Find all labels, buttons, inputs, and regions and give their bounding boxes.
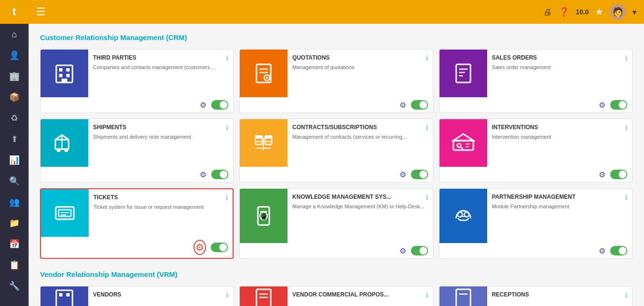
crm-module-grid: THIRD PARTIES ℹ Companies and contacts m… bbox=[40, 49, 633, 259]
content-area: Customer Relationship Management (CRM) bbox=[29, 24, 644, 306]
quotations-toggle[interactable] bbox=[411, 100, 428, 110]
contracts-toggle[interactable] bbox=[411, 170, 428, 179]
sales-orders-gear[interactable]: ⚙ bbox=[599, 101, 605, 110]
svg-rect-2 bbox=[66, 68, 70, 71]
partnership-gear[interactable]: ⚙ bbox=[599, 246, 605, 255]
vendors-info-icon[interactable]: ℹ bbox=[226, 291, 228, 299]
quotations-info-icon[interactable]: ℹ bbox=[426, 54, 428, 62]
svg-rect-22 bbox=[256, 136, 262, 139]
knowledge-info: KNOWLEDGE MANAGEMENT SYS... ℹ Manage a K… bbox=[287, 189, 432, 243]
interventions-toggle[interactable] bbox=[610, 170, 627, 179]
sidebar-item-upload[interactable]: ⬆ bbox=[0, 129, 29, 150]
receptions-info-icon[interactable]: ℹ bbox=[625, 291, 627, 299]
quotations-gear[interactable]: ⚙ bbox=[399, 101, 406, 110]
hamburger-menu[interactable]: ☰ bbox=[36, 6, 46, 18]
sidebar-item-home[interactable]: ⌂ bbox=[0, 24, 29, 45]
svg-marker-29 bbox=[453, 134, 473, 141]
contracts-info-icon[interactable]: ℹ bbox=[426, 124, 428, 132]
third-parties-toggle[interactable] bbox=[211, 100, 228, 110]
avatar[interactable]: 🧑 bbox=[610, 4, 626, 20]
sidebar-item-user[interactable]: 👤 bbox=[0, 45, 29, 66]
knowledge-toggle[interactable] bbox=[411, 246, 428, 255]
interventions-info: INTERVENTIONS ℹ Intervention management bbox=[487, 119, 632, 167]
star-icon[interactable]: ★ bbox=[595, 7, 603, 17]
interventions-footer: ⚙ bbox=[440, 167, 632, 182]
tickets-gear[interactable]: ⚙ bbox=[194, 240, 206, 255]
receptions-icon bbox=[451, 286, 475, 306]
building-icon bbox=[52, 61, 76, 85]
sales-orders-info-icon[interactable]: ℹ bbox=[625, 54, 627, 62]
knowledge-info-icon[interactable]: ℹ bbox=[426, 194, 428, 201]
sidebar-item-package[interactable]: 📦 bbox=[0, 87, 29, 108]
vendor-commercial-info: VENDOR COMMERCIAL PROPOS... ℹ bbox=[287, 286, 432, 306]
knowledge-icon: 📱 bbox=[252, 204, 276, 228]
interventions-title: INTERVENTIONS bbox=[492, 124, 623, 131]
ticket-icon bbox=[53, 201, 77, 225]
sales-orders-icon-area bbox=[440, 50, 487, 97]
print-icon[interactable]: 🖨 bbox=[543, 7, 552, 17]
sidebar-item-search[interactable]: 🔍 bbox=[0, 171, 29, 192]
shipments-desc: Shipments and delivery note management bbox=[93, 133, 228, 141]
tickets-desc: Ticket system for issue or request manag… bbox=[93, 204, 228, 211]
version-label: 10.0 bbox=[576, 8, 589, 16]
third-parties-icon-area bbox=[41, 50, 88, 97]
interventions-icon-area bbox=[440, 119, 487, 167]
receptions-info: RECEPTIONS ℹ bbox=[487, 286, 632, 306]
sidebar-logo[interactable]: t bbox=[0, 0, 29, 24]
interventions-gear[interactable]: ⚙ bbox=[599, 170, 605, 179]
module-card-vendor-commercial: VENDOR COMMERCIAL PROPOS... ℹ bbox=[239, 286, 433, 306]
contracts-footer: ⚙ bbox=[240, 167, 432, 182]
third-parties-footer: ⚙ bbox=[41, 97, 233, 112]
avatar-dropdown-icon[interactable]: ▾ bbox=[633, 8, 636, 17]
sidebar-item-chart[interactable]: 📊 bbox=[0, 150, 29, 171]
sales-orders-desc: Sales order management bbox=[492, 64, 627, 71]
sidebar-item-building[interactable]: 🏢 bbox=[0, 66, 29, 87]
quotation-icon bbox=[252, 61, 276, 85]
contracts-icon-area bbox=[240, 119, 287, 167]
module-card-third-parties: THIRD PARTIES ℹ Companies and contacts m… bbox=[40, 49, 234, 113]
tickets-info: TICKETS ℹ Ticket system for issue or req… bbox=[89, 189, 233, 237]
third-parties-gear[interactable]: ⚙ bbox=[200, 101, 206, 110]
sidebar-item-list[interactable]: 📋 bbox=[0, 255, 29, 275]
third-parties-info: THIRD PARTIES ℹ Companies and contacts m… bbox=[88, 50, 233, 97]
sales-orders-toggle[interactable] bbox=[610, 100, 627, 110]
module-card-shipments: SHIPMENTS ℹ Shipments and delivery note … bbox=[40, 119, 234, 183]
knowledge-gear[interactable]: ⚙ bbox=[399, 246, 406, 255]
tickets-toggle[interactable] bbox=[211, 243, 228, 252]
interventions-info-icon[interactable]: ℹ bbox=[625, 124, 627, 132]
sidebar-item-calendar[interactable]: 📅 bbox=[0, 234, 29, 255]
partnership-toggle[interactable] bbox=[610, 246, 627, 255]
sidebar-item-tools[interactable]: 🔧 bbox=[0, 275, 29, 296]
quotations-desc: Management of quotations bbox=[292, 64, 428, 71]
vendor-commercial-info-icon[interactable]: ℹ bbox=[426, 291, 428, 299]
crm-section-title: Customer Relationship Management (CRM) bbox=[40, 33, 633, 41]
topbar: ☰ 🖨 ❓ 10.0 ★ 🧑 ▾ bbox=[29, 0, 644, 24]
contracts-gear[interactable]: ⚙ bbox=[399, 170, 406, 179]
shipments-info-icon[interactable]: ℹ bbox=[226, 124, 228, 132]
sales-orders-title: SALES ORDERS bbox=[492, 54, 623, 61]
vendors-icon bbox=[52, 286, 76, 306]
svg-point-18 bbox=[57, 148, 61, 152]
shipments-gear[interactable]: ⚙ bbox=[200, 170, 206, 179]
sidebar-item-recycle[interactable]: ♻ bbox=[0, 108, 29, 129]
sales-orders-info: SALES ORDERS ℹ Sales order management bbox=[487, 50, 632, 97]
partnership-desc: Module Partnership management bbox=[492, 203, 627, 210]
receptions-title: RECEPTIONS bbox=[492, 291, 623, 298]
tickets-info-icon[interactable]: ℹ bbox=[225, 194, 228, 202]
svg-rect-23 bbox=[265, 136, 272, 139]
svg-rect-3 bbox=[59, 74, 62, 77]
quotations-icon-area bbox=[240, 50, 287, 97]
partnership-info-icon[interactable]: ℹ bbox=[625, 194, 627, 201]
sidebar-item-people[interactable]: 👥 bbox=[0, 192, 29, 213]
vrm-section: Vendor Relationship Management (VRM) bbox=[40, 270, 633, 306]
vendor-commercial-title: VENDOR COMMERCIAL PROPOS... bbox=[292, 291, 423, 298]
module-card-receptions: RECEPTIONS ℹ bbox=[439, 286, 633, 306]
help-icon[interactable]: ❓ bbox=[559, 7, 569, 17]
sidebar: t ⌂ 👤 🏢 📦 ♻ ⬆ 📊 🔍 👥 📁 📅 📋 🔧 bbox=[0, 0, 29, 306]
third-parties-info-icon[interactable]: ℹ bbox=[226, 54, 228, 62]
main-area: ☰ 🖨 ❓ 10.0 ★ 🧑 ▾ Customer Relationship M… bbox=[29, 0, 644, 306]
shipments-toggle[interactable] bbox=[211, 170, 228, 179]
partnership-title: PARTNERSHIP MANAGEMENT bbox=[492, 194, 623, 200]
sidebar-item-folder[interactable]: 📁 bbox=[0, 213, 29, 234]
svg-rect-47 bbox=[56, 290, 72, 306]
